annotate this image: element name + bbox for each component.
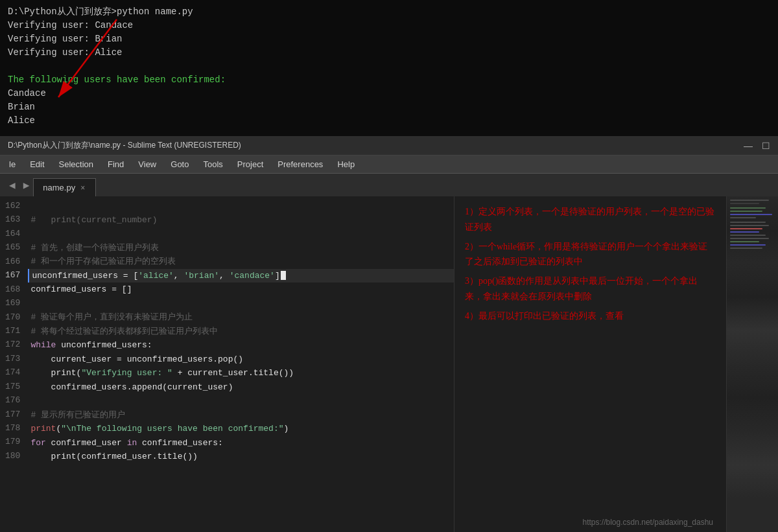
- ln-172: 172: [5, 338, 20, 351]
- tabbar: ◀ ▶ name.py ×: [0, 174, 778, 196]
- svg-rect-11: [730, 231, 759, 233]
- code-line-180: print(confirmed_user.title()): [28, 450, 454, 464]
- code-line-176: [28, 394, 454, 408]
- menu-help[interactable]: Help: [331, 157, 361, 172]
- ln-173: 173: [5, 352, 20, 365]
- svg-rect-13: [730, 238, 769, 239]
- terminal-user-3: Alice: [8, 114, 770, 128]
- menu-edit[interactable]: Edit: [23, 157, 51, 172]
- svg-rect-7: [730, 217, 756, 218]
- code-line-166: # 和一个用于存储已验证用户的空列表: [28, 255, 454, 269]
- menu-tools[interactable]: Tools: [196, 157, 229, 172]
- code-line-162: [28, 199, 454, 213]
- ln-168: 168: [5, 283, 20, 296]
- ln-177: 177: [5, 408, 20, 421]
- tab-close-button[interactable]: ×: [80, 183, 85, 192]
- terminal-confirmed-header: The following users have been confirmed:: [8, 73, 770, 87]
- tab-filename: name.py: [43, 183, 75, 192]
- ln-166: 166: [5, 255, 20, 268]
- code-line-171: # 将每个经过验证的列表都移到已验证用户列表中: [28, 325, 454, 339]
- code-line-172: while unconfirmed_users:: [28, 338, 454, 353]
- menu-preferences[interactable]: Preferences: [271, 157, 329, 172]
- menu-goto[interactable]: Goto: [164, 157, 195, 172]
- terminal-line-2: Verifying user: Candace: [8, 19, 770, 32]
- terminal-user-1: Candace: [8, 87, 770, 100]
- minimize-button[interactable]: —: [744, 141, 753, 151]
- svg-rect-16: [730, 248, 762, 249]
- svg-rect-14: [730, 241, 759, 242]
- menu-find[interactable]: Find: [101, 157, 130, 172]
- annotation-point-4: 4）最后可以打印出已验证的列表，查看: [465, 308, 716, 324]
- code-line-179: for confirmed_user in confirmed_users:: [28, 436, 454, 450]
- maximize-button[interactable]: ☐: [762, 141, 770, 151]
- svg-rect-9: [730, 225, 769, 226]
- code-line-163: # print(current_number): [28, 213, 454, 227]
- menu-file[interactable]: le: [3, 157, 22, 172]
- ln-180: 180: [5, 449, 20, 463]
- ln-178: 178: [5, 421, 20, 435]
- svg-rect-10: [730, 228, 762, 229]
- code-line-170: # 验证每个用户，直到没有未验证用户为止: [28, 310, 454, 325]
- ln-162: 162: [5, 199, 20, 213]
- annotation-point-1: 1）定义两个列表，一个是待验证的用户列表，一个是空的已验证列表: [465, 204, 716, 235]
- menu-view[interactable]: View: [132, 157, 163, 172]
- terminal-line-3: Verifying user: Brian: [8, 32, 770, 46]
- annotation-point-3: 3）pop()函数的作用是从列表中最后一位开始，一个个拿出来，拿出来就会在原列表…: [465, 273, 716, 305]
- code-line-164: [28, 227, 454, 241]
- menubar: le Edit Selection Find View Goto Tools P…: [0, 156, 778, 174]
- svg-rect-3: [730, 203, 759, 204]
- ln-175: 175: [5, 380, 20, 393]
- code-line-168: confirmed_users = []: [28, 283, 454, 297]
- tab-name-py[interactable]: name.py ×: [33, 178, 96, 196]
- menu-selection[interactable]: Selection: [53, 157, 100, 172]
- code-line-173: current_user = unconfirmed_users.pop(): [28, 353, 454, 367]
- terminal-line-1: D:\Python从入门到放弃>python name.py: [8, 5, 770, 19]
- svg-rect-15: [730, 244, 766, 246]
- ln-165: 165: [5, 240, 20, 254]
- ln-171: 171: [5, 324, 20, 338]
- terminal-line-4: Verifying user: Alice: [8, 46, 770, 60]
- code-line-177: # 显示所有已验证的用户: [28, 408, 454, 422]
- watermark: https://blog.csdn.net/paidaxing_dashu: [583, 518, 713, 527]
- code-editor[interactable]: # print(current_number) # 首先，创建一个待验证用户列表…: [28, 196, 454, 532]
- tab-nav-prev[interactable]: ◀: [5, 179, 19, 192]
- svg-rect-5: [730, 211, 762, 212]
- ln-169: 169: [5, 296, 20, 310]
- svg-rect-6: [730, 214, 772, 215]
- ln-164: 164: [5, 227, 20, 240]
- ln-167: 167: [5, 268, 20, 282]
- ln-179: 179: [5, 435, 20, 448]
- code-line-178: print("\nThe following users have been c…: [28, 422, 454, 436]
- editor-area: 162 163 164 165 166 167 168 169 170 171 …: [0, 196, 778, 532]
- titlebar-title: D:\Python从入门到放弃\name.py - Sublime Text (…: [8, 140, 241, 151]
- ln-163: 163: [5, 213, 20, 226]
- line-numbers: 162 163 164 165 166 167 168 169 170 171 …: [0, 196, 28, 532]
- minimap-svg: [727, 196, 778, 532]
- ln-170: 170: [5, 310, 20, 324]
- code-line-165: # 首先，创建一个待验证用户列表: [28, 241, 454, 255]
- code-line-167: unconfirmed_users = ['alice', 'brian', '…: [28, 269, 454, 283]
- svg-rect-2: [730, 200, 769, 201]
- code-line-175: confirmed_users.append(current_user): [28, 380, 454, 395]
- terminal: D:\Python从入门到放弃>python name.py Verifying…: [0, 0, 778, 136]
- svg-rect-8: [730, 222, 766, 223]
- ln-176: 176: [5, 393, 20, 407]
- annotation-point-2: 2）一个while循环，作用是将待验证的用户一个个拿出来验证了之后添加到已验证的…: [465, 239, 716, 270]
- titlebar-controls: — ☐: [744, 141, 770, 151]
- terminal-blank: [8, 60, 770, 73]
- tab-nav-next[interactable]: ▶: [19, 179, 34, 192]
- svg-rect-12: [730, 235, 766, 236]
- ln-174: 174: [5, 365, 20, 379]
- annotation-panel: 1）定义两个列表，一个是待验证的用户列表，一个是空的已验证列表 2）一个whil…: [454, 196, 726, 532]
- menu-project[interactable]: Project: [231, 157, 270, 172]
- svg-rect-4: [730, 207, 766, 209]
- code-line-174: print("Verifying user: " + current_user.…: [28, 366, 454, 380]
- terminal-user-2: Brian: [8, 100, 770, 114]
- minimap: [726, 196, 778, 532]
- code-line-169: [28, 297, 454, 311]
- titlebar: D:\Python从入门到放弃\name.py - Sublime Text (…: [0, 136, 778, 156]
